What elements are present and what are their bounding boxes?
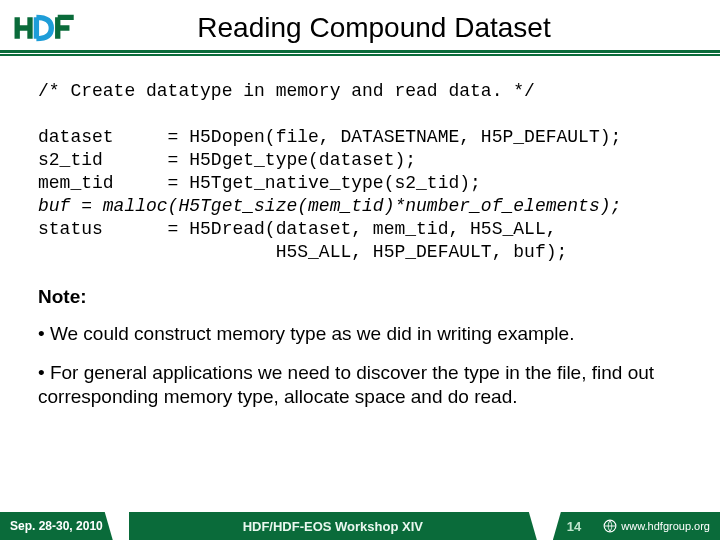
code-line: mem_tid = H5Tget_native_type(s2_tid); [38, 173, 481, 193]
code-comment: /* Create datatype in memory and read da… [38, 81, 535, 101]
slide-title: Reading Compound Dataset [48, 12, 700, 44]
slide: Reading Compound Dataset /* Create datat… [0, 0, 720, 540]
slide-body: /* Create datatype in memory and read da… [0, 72, 720, 540]
divider-thick [0, 50, 720, 53]
footer-page-number: 14 [553, 512, 595, 540]
code-block: /* Create datatype in memory and read da… [38, 80, 682, 264]
code-line: s2_tid = H5Dget_type(dataset); [38, 150, 416, 170]
code-line-emph: buf = malloc(H5Tget_size(mem_tid)*number… [38, 196, 621, 216]
footer-venue: HDF/HDF-EOS Workshop XIV [129, 512, 537, 540]
footer: Sep. 28-30, 2010 HDF/HDF-EOS Workshop XI… [0, 512, 720, 540]
code-line: H5S_ALL, H5P_DEFAULT, buf); [38, 242, 567, 262]
code-line: dataset = H5Dopen(file, DATASETNAME, H5P… [38, 127, 621, 147]
code-line: status = H5Dread(dataset, mem_tid, H5S_A… [38, 219, 556, 239]
footer-org: www.hdfgroup.org [595, 512, 720, 540]
footer-date: Sep. 28-30, 2010 [0, 512, 113, 540]
footer-right: 14 www.hdfgroup.org [553, 512, 720, 540]
note-bullet: • For general applications we need to di… [38, 361, 682, 410]
header: Reading Compound Dataset [0, 0, 720, 50]
divider-thin [0, 54, 720, 56]
note-heading: Note: [38, 286, 682, 308]
note-bullet: • We could construct memory type as we d… [38, 322, 682, 346]
footer-org-text: www.hdfgroup.org [621, 520, 710, 532]
